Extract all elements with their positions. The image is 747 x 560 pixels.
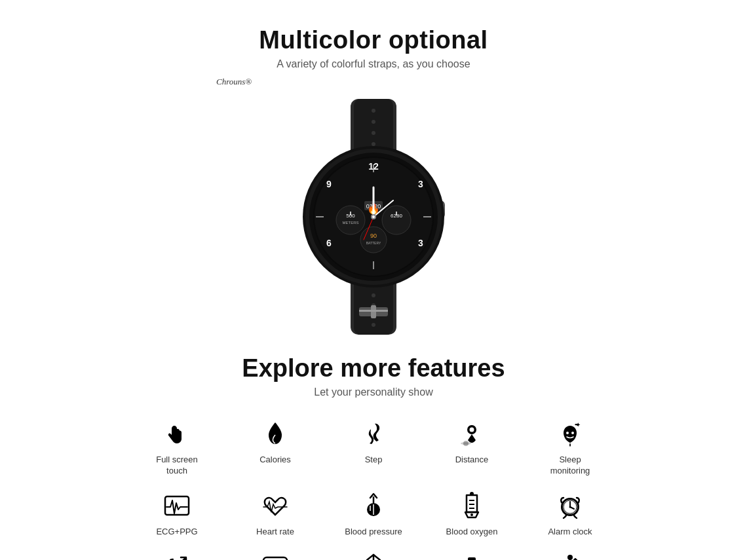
svg-point-34 [336,206,365,234]
watch-image: 12 3 9 6 3 [282,99,465,335]
feature-sleep-monitoring: ✦ Sleep monitoring [541,418,600,477]
alarm-clock-label: Alarm clock [548,527,592,538]
feature-step: Step [344,418,403,477]
svg-text:METERS: METERS [342,221,358,225]
svg-text:3: 3 [418,179,423,189]
main-title: Multicolor optional [13,26,734,54]
sedentary-reminder-icon [554,551,586,560]
feature-calories: Calories [246,418,305,477]
svg-point-59 [470,492,474,496]
step-icon [358,418,389,449]
sleep-monitoring-label: Sleep monitoring [541,455,600,477]
blood-pressure-label: Blood pressure [345,527,402,538]
svg-point-51 [470,428,474,432]
blood-pressure-icon [358,490,389,521]
svg-point-53 [461,442,471,445]
svg-rect-79 [468,557,476,560]
features-row-1: Full screen touch Calories [147,418,600,477]
distance-icon [456,418,488,449]
svg-point-2 [372,109,375,113]
alarm-clock-icon [554,490,586,521]
svg-point-54 [566,432,569,434]
full-screen-touch-label: Full screen touch [147,455,206,477]
brand-logo: Chrouns® [216,77,252,94]
features-subtitle: Let your personality show [13,386,734,398]
watch-section: Chrouns® [13,77,734,335]
blood-oxygen-icon [456,490,488,521]
feature-distance: Distance [442,418,501,477]
feature-blood-pressure: Blood pressure [344,490,403,538]
svg-point-69 [569,506,571,508]
svg-point-3 [372,120,375,124]
svg-point-63 [470,513,473,516]
svg-text:3: 3 [418,238,423,248]
features-section: Explore more features Let your personali… [13,354,734,560]
feature-heart-rate: Heart rate [246,490,305,538]
blood-oxygen-label: Blood oxygen [446,527,498,538]
svg-point-49 [372,215,375,218]
sleep-monitoring-icon: ✦ [554,418,586,449]
step-label: Step [365,455,383,466]
svg-text:6: 6 [326,238,332,248]
header-section: Multicolor optional A variety of colorfu… [13,26,734,70]
svg-point-12 [372,323,375,327]
incoming-call-icon [161,551,193,560]
svg-text:9: 9 [326,179,332,189]
heart-rate-icon [259,490,291,521]
svg-text:BATTERY: BATTERY [366,241,381,245]
features-row-3: incoming call Information notice [147,551,600,560]
feature-bluetooth-music: Bluetooth music [344,551,403,560]
main-subtitle: A variety of colorful straps, as you cho… [13,58,734,70]
calories-label: Calories [259,455,291,466]
calories-icon [259,418,291,449]
svg-point-9 [372,293,375,297]
feature-information-notice: Information notice [246,551,305,560]
features-grid: Full screen touch Calories [13,418,734,560]
svg-point-41 [360,227,387,253]
svg-point-55 [571,432,574,434]
svg-point-4 [372,131,375,135]
feature-incoming-call: incoming call [147,551,206,560]
remote-camera-icon [456,551,488,560]
feature-alarm-clock: Alarm clock [541,490,600,538]
feature-full-screen-touch: Full screen touch [147,418,206,477]
information-notice-icon [259,551,291,560]
svg-point-38 [382,206,411,234]
feature-ecg-ppg: ECG+PPG [147,490,206,538]
feature-remote-camera: Remote camera [442,551,501,560]
heart-rate-label: Heart rate [256,527,294,538]
features-title: Explore more features [13,354,734,383]
full-screen-touch-icon [161,418,193,449]
svg-text:90: 90 [370,233,377,239]
ecg-ppg-icon [161,490,193,521]
svg-point-5 [372,142,375,146]
features-row-2: ECG+PPG Heart rate [147,490,600,538]
bluetooth-music-icon [358,551,389,560]
svg-rect-70 [263,557,287,560]
svg-rect-15 [359,310,388,312]
ecg-ppg-label: ECG+PPG [156,527,197,538]
svg-text:✦: ✦ [575,421,581,428]
feature-blood-oxygen: Blood oxygen [442,490,501,538]
brand-superscript: ® [245,77,252,86]
distance-label: Distance [455,455,489,466]
feature-sedentary-reminder: Sedentary reminder [541,551,600,560]
